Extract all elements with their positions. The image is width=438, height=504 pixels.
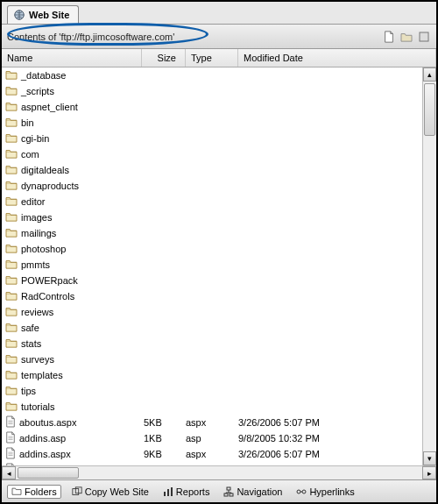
folder-row[interactable]: safe (2, 320, 422, 336)
item-name: addins.aspx (19, 449, 71, 459)
folder-row[interactable]: stats (2, 336, 422, 351)
item-name: images (21, 212, 52, 223)
item-name: safe (21, 323, 39, 333)
copy-site-icon (72, 486, 82, 497)
folder-icon (5, 195, 18, 208)
folders-icon (11, 486, 22, 497)
folder-row[interactable]: cgi-bin (2, 131, 422, 146)
item-size: 9KB (142, 449, 186, 459)
column-header-type[interactable]: Type (186, 49, 238, 67)
file-list[interactable]: _database_scriptsaspnet_clientbincgi-bin… (2, 67, 422, 465)
scroll-left-icon[interactable]: ◂ (2, 466, 16, 479)
folder-row[interactable]: reviews (2, 304, 422, 320)
horizontal-scrollbar[interactable]: ◂ ▸ (2, 465, 436, 479)
folder-row[interactable]: tips (2, 383, 422, 399)
item-name: _scripts (21, 86, 54, 96)
contents-path-label: Contents of 'ftp://ftp.jimcosoftware.com… (7, 32, 174, 42)
item-type: asp (186, 433, 238, 444)
item-name: templates (21, 370, 63, 380)
item-size: 1KB (142, 433, 186, 444)
bottom-tab-reports[interactable]: Reports (159, 486, 214, 498)
folder-row[interactable]: bin (2, 115, 422, 131)
item-name: tutorials (21, 401, 55, 412)
folder-icon (5, 180, 18, 192)
vertical-scrollbar[interactable]: ▴ ▾ (422, 67, 436, 465)
folder-icon (5, 243, 18, 255)
svg-rect-5 (167, 489, 169, 496)
bottom-tab-label: Reports (176, 486, 210, 497)
file-icon (5, 415, 16, 429)
folder-row[interactable]: dynaproducts (2, 178, 422, 194)
window-tab-bar: Web Site (2, 2, 436, 25)
folder-icon (5, 274, 18, 287)
folder-row[interactable]: tutorials (2, 399, 422, 415)
svg-point-11 (302, 490, 306, 493)
scroll-thumb[interactable] (424, 83, 435, 136)
file-row[interactable]: addins.asp1KBasp9/8/2005 10:32 PM (2, 430, 422, 446)
hscroll-track[interactable] (16, 466, 422, 479)
item-name: addins.asp (19, 433, 66, 444)
folder-icon (5, 385, 18, 397)
svg-rect-7 (227, 487, 230, 490)
folder-icon (5, 337, 18, 350)
folder-row[interactable]: _database (2, 67, 422, 83)
toolbar-extra-icon[interactable] (417, 31, 431, 43)
column-header-row: Name Size Type Modified Date (2, 49, 436, 67)
folder-row[interactable]: surveys (2, 351, 422, 367)
scroll-up-icon[interactable]: ▴ (423, 67, 436, 82)
folder-row[interactable]: pmmts (2, 257, 422, 273)
folder-icon (5, 369, 18, 381)
item-type: aspx (186, 449, 238, 459)
folder-row[interactable]: POWERpack (2, 273, 422, 288)
bottom-tab-navigation[interactable]: Navigation (220, 486, 286, 498)
item-modified: 3/26/2006 5:07 PM (238, 417, 419, 428)
item-name: _database (21, 70, 66, 81)
scroll-right-icon[interactable]: ▸ (422, 466, 436, 479)
folder-row[interactable]: _scripts (2, 83, 422, 99)
tab-web-site[interactable]: Web Site (7, 5, 79, 24)
folder-row[interactable]: RadControls (2, 288, 422, 304)
bottom-tab-label: Navigation (237, 486, 282, 497)
bottom-view-tabs: Folders Copy Web Site Reports Navigation… (2, 479, 436, 502)
item-name: mailings (21, 228, 56, 238)
item-modified: 3/26/2006 5:07 PM (238, 449, 419, 459)
new-page-icon[interactable] (382, 31, 396, 43)
folder-icon (5, 306, 18, 318)
folder-icon (5, 69, 18, 82)
item-name: photoshop (21, 244, 66, 254)
folder-row[interactable]: digitaldeals (2, 162, 422, 178)
svg-rect-9 (230, 493, 233, 496)
svg-rect-8 (224, 493, 228, 496)
hscroll-thumb[interactable] (18, 467, 79, 479)
scroll-track[interactable] (423, 82, 436, 451)
folder-row[interactable]: com (2, 146, 422, 162)
folder-row[interactable]: editor (2, 194, 422, 209)
folder-row[interactable]: templates (2, 367, 422, 383)
column-header-name[interactable]: Name (2, 49, 142, 67)
folder-row[interactable]: photoshop (2, 241, 422, 257)
folder-icon (5, 259, 18, 271)
file-icon (5, 431, 16, 445)
item-name: editor (21, 196, 46, 207)
file-row[interactable]: addins.aspx9KBaspx3/26/2006 5:07 PM (2, 446, 422, 462)
new-folder-icon[interactable] (399, 31, 413, 43)
item-name: dynaproducts (21, 181, 79, 191)
item-name: digitaldeals (21, 165, 69, 175)
bottom-tab-label: Folders (25, 486, 57, 497)
bottom-tab-copy[interactable]: Copy Web Site (68, 486, 152, 498)
reports-icon (163, 486, 173, 497)
bottom-tab-folders[interactable]: Folders (7, 485, 61, 499)
scroll-down-icon[interactable]: ▾ (423, 451, 436, 465)
folder-row[interactable]: aspnet_client (2, 99, 422, 115)
file-icon (5, 447, 16, 461)
item-name: POWERpack (21, 275, 78, 286)
folder-icon (5, 290, 18, 302)
folder-row[interactable]: images (2, 209, 422, 225)
file-row[interactable]: aboutus.aspx5KBaspx3/26/2006 5:07 PM (2, 415, 422, 430)
bottom-tab-hyperlinks[interactable]: Hyperlinks (293, 486, 357, 498)
item-type: aspx (186, 417, 238, 428)
folder-row[interactable]: mailings (2, 225, 422, 241)
column-header-size[interactable]: Size (142, 49, 186, 67)
column-header-modified[interactable]: Modified Date (238, 49, 436, 67)
item-name: reviews (21, 307, 53, 317)
